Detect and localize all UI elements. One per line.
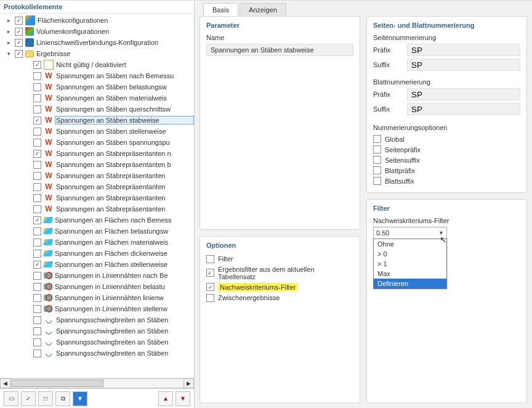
tree-node[interactable]: Spannungen an Stabrepräsentanten — [2, 192, 194, 203]
expander-icon[interactable]: ▸ — [5, 28, 12, 35]
move-up-button[interactable]: ▲ — [158, 391, 173, 406]
tree-node[interactable]: Spannungen an Stäben materialweis — [2, 92, 194, 104]
checkbox[interactable] — [33, 239, 41, 247]
tree-node[interactable]: Spannungsschwingbreiten an Stäben — [2, 337, 194, 348]
checkbox[interactable] — [33, 227, 41, 235]
settings-button[interactable]: ⧉ — [55, 391, 70, 406]
scroll-right-button[interactable]: ▶ — [183, 378, 194, 388]
tree-node[interactable]: Nicht gültig / deaktiviert — [2, 59, 194, 70]
page-suffix-field[interactable] — [407, 59, 520, 71]
checkbox[interactable] — [33, 172, 41, 180]
filter-button[interactable]: ▼ — [73, 391, 87, 406]
tree-node[interactable]: Spannungen in Liniennähten stellenw — [2, 303, 194, 314]
tree-node[interactable]: ▸Linienschweißverbindungs-Konfiguration — [2, 37, 194, 48]
check-all-button[interactable]: ✓ — [21, 391, 36, 406]
checkbox[interactable] — [33, 72, 41, 80]
numbering-option[interactable]: Seitenpräfix — [373, 144, 520, 155]
tree-node[interactable]: Spannungen an Stabrepräsentanten — [2, 181, 194, 192]
sheet-prefix-field[interactable] — [407, 88, 520, 100]
uncheck-all-button[interactable]: □ — [38, 391, 53, 406]
checkbox[interactable] — [373, 135, 381, 143]
checkbox[interactable] — [206, 269, 214, 277]
tree-node[interactable]: Spannungen an Flächen materialweis — [2, 237, 194, 248]
checkbox[interactable] — [33, 316, 41, 324]
option-row[interactable]: Filter — [206, 254, 353, 264]
checkbox[interactable] — [33, 349, 41, 357]
checkbox[interactable] — [33, 216, 41, 224]
checkbox[interactable] — [33, 150, 41, 158]
expander-icon[interactable]: ▾ — [5, 50, 12, 57]
filter-dropdown[interactable]: Ohne> 0> 1MaxDefinieren — [373, 239, 447, 289]
checkbox[interactable] — [33, 294, 41, 302]
expander-icon[interactable]: ▸ — [5, 39, 12, 46]
scroll-left-button[interactable]: ◀ — [0, 378, 10, 388]
checkbox[interactable] — [33, 139, 41, 147]
checkbox[interactable] — [206, 294, 214, 302]
checkbox[interactable] — [15, 39, 23, 47]
tree-node[interactable]: ▾Ergebnisse — [2, 48, 194, 59]
expand-all-button[interactable]: ▭ — [4, 391, 18, 406]
checkbox[interactable] — [373, 156, 381, 164]
checkbox[interactable] — [33, 94, 41, 102]
move-down-button[interactable]: ▼ — [175, 391, 190, 406]
dropdown-item[interactable]: Definieren — [374, 279, 446, 288]
checkbox[interactable] — [33, 305, 41, 313]
scroll-thumb[interactable] — [11, 380, 103, 387]
tab-basis[interactable]: Basis — [203, 3, 238, 16]
checkbox[interactable] — [33, 61, 41, 69]
numbering-option[interactable]: Global — [373, 134, 520, 144]
checkbox[interactable] — [33, 194, 41, 202]
tree-node[interactable]: Spannungsschwingbreiten an Stäben — [2, 325, 194, 337]
tab-anzeigen[interactable]: Anzeigen — [240, 3, 286, 16]
tree-node[interactable]: ▸Flächenkonfigurationen — [2, 15, 194, 26]
sheet-suffix-field[interactable] — [407, 103, 520, 115]
tree-node[interactable]: Spannungen an Stäben nach Bemessu — [2, 70, 194, 81]
checkbox[interactable] — [33, 272, 41, 280]
checkbox[interactable] — [33, 105, 41, 113]
checkbox[interactable] — [33, 327, 41, 335]
tree-node[interactable]: Spannungen in Liniennähten belastu — [2, 281, 194, 292]
tree-node[interactable]: Spannungen an Flächen stellenweise — [2, 259, 194, 270]
tree-node[interactable]: ▸Volumenkonfigurationen — [2, 26, 194, 37]
tree-node[interactable]: Spannungen an Flächen nach Bemess — [2, 214, 194, 226]
checkbox[interactable] — [33, 205, 41, 213]
checkbox[interactable] — [373, 166, 381, 174]
tree-node[interactable]: Spannungen an Stäben stellenweise — [2, 126, 194, 137]
tree-node[interactable]: Spannungen an Stabrepräsentanten n — [2, 148, 194, 159]
filter-select[interactable]: 0.50 ▼ — [373, 227, 447, 239]
checkbox[interactable] — [33, 338, 41, 346]
tree-node[interactable]: Spannungen in Liniennähten nach Be — [2, 270, 194, 281]
dropdown-item[interactable]: > 1 — [374, 259, 446, 269]
checkbox[interactable] — [15, 50, 23, 58]
option-row[interactable]: Ergebnisfilter aus dem aktuellen Tabelle… — [206, 264, 353, 282]
checkbox[interactable] — [33, 261, 41, 269]
tree-node[interactable]: Spannungen an Stabrepräsentanten — [2, 170, 194, 181]
checkbox[interactable] — [33, 283, 41, 291]
checkbox[interactable] — [33, 183, 41, 191]
checkbox[interactable] — [33, 83, 41, 91]
scroll-track[interactable] — [10, 378, 183, 388]
tree-node[interactable]: Spannungen an Flächen dickenweise — [2, 248, 194, 259]
checkbox[interactable] — [33, 116, 41, 124]
tree-node[interactable]: Spannungen an Flächen belastungsw — [2, 226, 194, 237]
dropdown-item[interactable]: Max — [374, 269, 446, 279]
checkbox[interactable] — [373, 177, 381, 185]
tree-node[interactable]: Spannungen an Stäben stabweise — [2, 115, 194, 126]
checkbox[interactable] — [206, 283, 214, 291]
tree-node[interactable]: Spannungen an Stabrepräsentanten — [2, 203, 194, 214]
tree-node[interactable]: Spannungen an Stäben belastungsw — [2, 81, 194, 92]
dropdown-item[interactable]: > 0 — [374, 249, 446, 259]
checkbox[interactable] — [15, 28, 23, 36]
checkbox[interactable] — [33, 250, 41, 258]
expander-icon[interactable]: ▸ — [5, 17, 12, 24]
dropdown-item[interactable]: Ohne — [374, 239, 446, 249]
page-prefix-field[interactable] — [407, 44, 520, 56]
numbering-option[interactable]: Seitensuffix — [373, 155, 520, 165]
checkbox[interactable] — [33, 161, 41, 169]
tree-node[interactable]: Spannungsschwingbreiten an Stäben — [2, 314, 194, 325]
option-row[interactable]: Zwischenergebnisse — [206, 293, 353, 303]
tree-node[interactable]: Spannungen an Stabrepräsentanten b — [2, 159, 194, 170]
tree-node[interactable]: Spannungsschwingbreiten an Stäben — [2, 348, 194, 359]
option-row[interactable]: Nachweiskriteriums-Filter — [206, 282, 353, 293]
checkbox[interactable] — [15, 17, 23, 25]
